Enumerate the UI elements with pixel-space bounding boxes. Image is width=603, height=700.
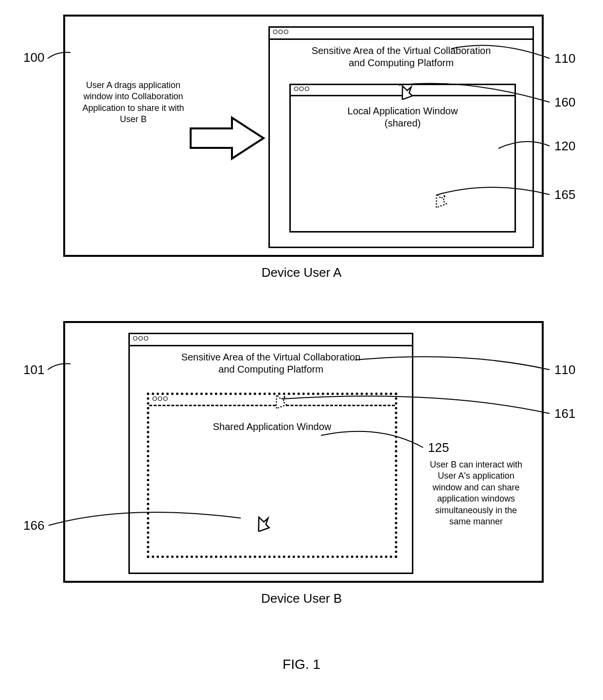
- ref-161: 161: [554, 406, 575, 421]
- ref-166: 166: [23, 518, 44, 533]
- device-b-caption: Device User B: [0, 591, 603, 606]
- leadlines-b: [0, 0, 603, 613]
- figure-page: User A drags application window into Col…: [0, 0, 603, 700]
- figure-label: FIG. 1: [0, 657, 603, 672]
- ref-101: 101: [23, 362, 44, 377]
- ref-125: 125: [428, 440, 449, 455]
- ref-110-b: 110: [554, 362, 575, 377]
